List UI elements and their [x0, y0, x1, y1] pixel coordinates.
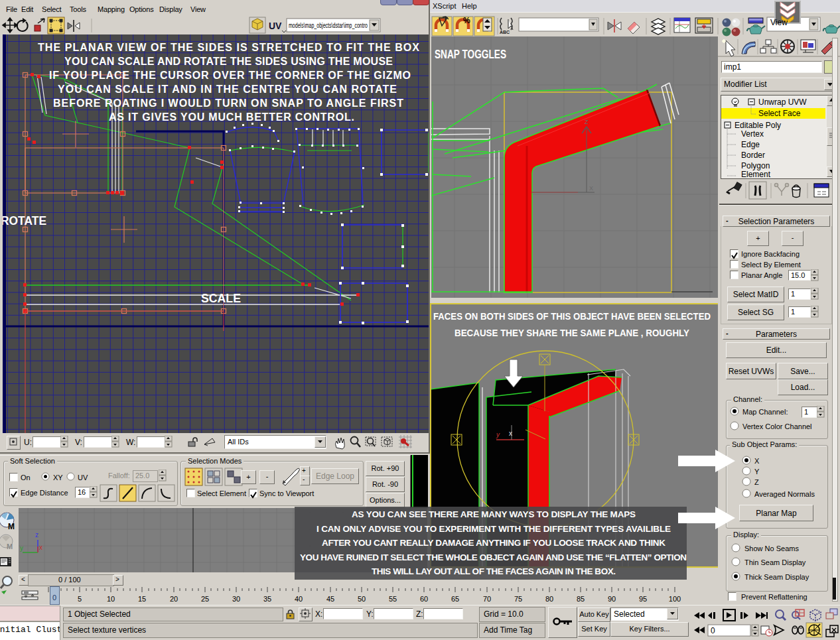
- svg-text:20: 20: [170, 595, 178, 603]
- svg-text:z: z: [35, 531, 38, 539]
- svg-text:ROTATE: ROTATE: [3, 214, 46, 227]
- svg-text:10: 10: [107, 595, 115, 603]
- svg-text:SNAP TOGGLES: SNAP TOGGLES: [435, 47, 506, 61]
- svg-text:THIS WILL LAY OUT ALL OF THE F: THIS WILL LAY OUT ALL OF THE FACES AGAIN…: [372, 566, 616, 576]
- svg-text:YOU CAN SCALE IT AND IN THE CE: YOU CAN SCALE IT AND IN THE CENTRE YOU C…: [58, 84, 397, 95]
- svg-text:95: 95: [639, 595, 647, 603]
- svg-text:70: 70: [483, 595, 491, 603]
- svg-text:40: 40: [295, 595, 303, 603]
- svg-text:y: y: [496, 431, 500, 438]
- svg-text:%: %: [463, 16, 470, 25]
- svg-text:90: 90: [608, 595, 616, 603]
- svg-text:75: 75: [514, 595, 522, 603]
- svg-text:55: 55: [389, 595, 397, 603]
- svg-text:YOU CAN SCALE AND ROTATE THE S: YOU CAN SCALE AND ROTATE THE SIDES USING…: [64, 56, 393, 67]
- svg-text:45: 45: [326, 595, 334, 603]
- svg-text:M: M: [8, 522, 15, 531]
- svg-text:I CAN ONLY ADVISE YOU TO EXPER: I CAN ONLY ADVISE YOU TO EXPERIMENT WITH…: [316, 524, 671, 534]
- svg-text:25: 25: [201, 595, 209, 603]
- svg-text:models\map_objects\dstar\imp_c: models\map_objects\dstar\imp_contro: [289, 22, 368, 29]
- svg-text:Vertex: Vertex: [741, 129, 764, 139]
- svg-text:Edge: Edge: [741, 140, 760, 149]
- svg-text:Element: Element: [741, 170, 771, 177]
- svg-text:60: 60: [420, 595, 428, 603]
- svg-text:x: x: [39, 544, 42, 551]
- svg-text:X: X: [589, 185, 593, 192]
- svg-text:Editable Poly: Editable Poly: [735, 121, 781, 130]
- svg-text:80: 80: [545, 595, 553, 603]
- svg-text:100: 100: [669, 595, 681, 603]
- svg-text:YOU HAVE RUINED IT SELECT THE: YOU HAVE RUINED IT SELECT THE WHOLE OBJE…: [300, 552, 687, 562]
- svg-text:50: 50: [358, 595, 366, 603]
- svg-text:Polygon: Polygon: [741, 161, 770, 170]
- svg-text:35: 35: [263, 595, 271, 603]
- svg-text:M: M: [7, 543, 13, 550]
- svg-text:BEFORE ROATING I WOULD TURN ON: BEFORE ROATING I WOULD TURN ON SNAP TO A…: [53, 97, 403, 109]
- svg-text:THE PLANAR VIEW OF THE SIDES I: THE PLANAR VIEW OF THE SIDES IS STRETCHE…: [38, 42, 419, 53]
- svg-text:Unwrap UVW: Unwrap UVW: [758, 97, 807, 107]
- svg-text:AS IT GIVES YOU MUCH BETTER CO: AS IT GIVES YOU MUCH BETTER CONTROL.: [109, 111, 354, 123]
- svg-text:SCALE: SCALE: [201, 291, 241, 305]
- svg-text:FACES ON BOTH SIDES OF THIS OB: FACES ON BOTH SIDES OF THIS OBJECT HAVE …: [433, 310, 711, 322]
- svg-text:85: 85: [577, 595, 585, 603]
- svg-text:ABC: ABC: [500, 30, 510, 34]
- svg-text:5: 5: [78, 595, 82, 603]
- svg-text:0: 0: [711, 626, 715, 635]
- svg-text:x: x: [509, 430, 512, 437]
- svg-text:IF YOU PLACE THE CURSOR OVER T: IF YOU PLACE THE CURSOR OVER THE CORNER …: [49, 70, 411, 81]
- svg-text:y: y: [20, 544, 23, 552]
- svg-text:AS YOU CAN SEE THERE ARE MANY: AS YOU CAN SEE THERE ARE MANY WAYS TO DI…: [352, 509, 636, 519]
- svg-text:15: 15: [138, 595, 146, 603]
- svg-text:UV: UV: [269, 21, 282, 31]
- svg-text:Z: Z: [585, 119, 589, 125]
- svg-text:BECAUSE THEY SHARE THE SAME PL: BECAUSE THEY SHARE THE SAME PLANE , ROUG…: [455, 327, 689, 338]
- svg-text:AFTER YOU CANT REALLY DAMAGE A: AFTER YOU CANT REALLY DAMAGE ANYTHING IF…: [322, 538, 665, 548]
- svg-text:Select Face: Select Face: [758, 109, 801, 118]
- svg-text:Border: Border: [741, 151, 765, 160]
- svg-text:30: 30: [232, 595, 240, 603]
- svg-text:65: 65: [451, 595, 459, 603]
